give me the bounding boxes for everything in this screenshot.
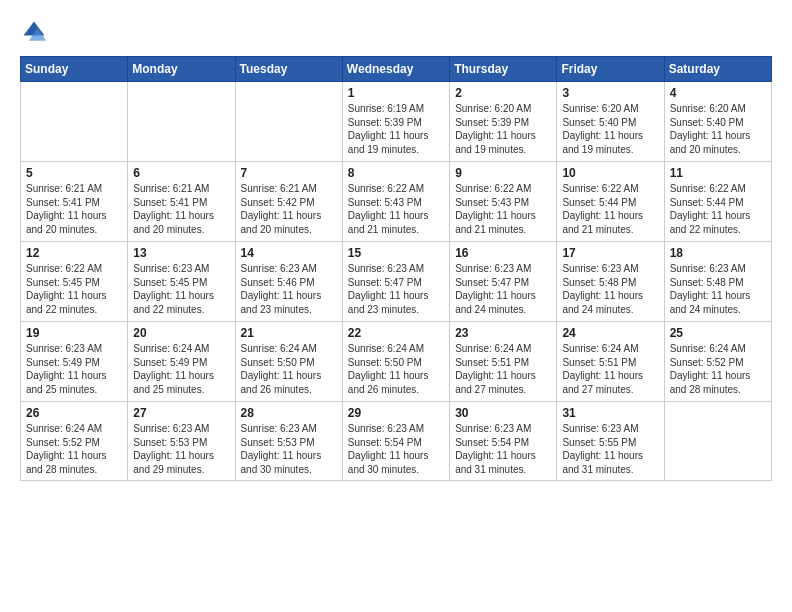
calendar-cell: 15Sunrise: 6:23 AM Sunset: 5:47 PM Dayli… — [342, 242, 449, 322]
day-info: Sunrise: 6:22 AM Sunset: 5:44 PM Dayligh… — [670, 182, 766, 236]
day-number: 26 — [26, 406, 122, 420]
day-number: 25 — [670, 326, 766, 340]
day-number: 3 — [562, 86, 658, 100]
calendar-cell: 13Sunrise: 6:23 AM Sunset: 5:45 PM Dayli… — [128, 242, 235, 322]
weekday-header-monday: Monday — [128, 57, 235, 82]
calendar-cell: 12Sunrise: 6:22 AM Sunset: 5:45 PM Dayli… — [21, 242, 128, 322]
day-info: Sunrise: 6:24 AM Sunset: 5:50 PM Dayligh… — [241, 342, 337, 396]
calendar-cell — [235, 82, 342, 162]
day-info: Sunrise: 6:19 AM Sunset: 5:39 PM Dayligh… — [348, 102, 444, 156]
day-number: 8 — [348, 166, 444, 180]
calendar-cell: 2Sunrise: 6:20 AM Sunset: 5:39 PM Daylig… — [450, 82, 557, 162]
day-number: 30 — [455, 406, 551, 420]
day-number: 6 — [133, 166, 229, 180]
logo-icon — [20, 18, 48, 46]
day-number: 14 — [241, 246, 337, 260]
day-number: 19 — [26, 326, 122, 340]
day-info: Sunrise: 6:21 AM Sunset: 5:41 PM Dayligh… — [133, 182, 229, 236]
day-number: 17 — [562, 246, 658, 260]
day-number: 22 — [348, 326, 444, 340]
day-number: 2 — [455, 86, 551, 100]
day-info: Sunrise: 6:22 AM Sunset: 5:45 PM Dayligh… — [26, 262, 122, 316]
day-info: Sunrise: 6:23 AM Sunset: 5:54 PM Dayligh… — [348, 422, 444, 476]
day-number: 21 — [241, 326, 337, 340]
logo — [20, 18, 52, 46]
day-number: 10 — [562, 166, 658, 180]
day-info: Sunrise: 6:20 AM Sunset: 5:39 PM Dayligh… — [455, 102, 551, 156]
calendar-cell: 21Sunrise: 6:24 AM Sunset: 5:50 PM Dayli… — [235, 322, 342, 402]
weekday-header-sunday: Sunday — [21, 57, 128, 82]
day-info: Sunrise: 6:23 AM Sunset: 5:53 PM Dayligh… — [241, 422, 337, 476]
calendar-cell: 18Sunrise: 6:23 AM Sunset: 5:48 PM Dayli… — [664, 242, 771, 322]
calendar-cell: 6Sunrise: 6:21 AM Sunset: 5:41 PM Daylig… — [128, 162, 235, 242]
day-info: Sunrise: 6:24 AM Sunset: 5:51 PM Dayligh… — [455, 342, 551, 396]
day-info: Sunrise: 6:20 AM Sunset: 5:40 PM Dayligh… — [670, 102, 766, 156]
calendar-table: SundayMondayTuesdayWednesdayThursdayFrid… — [20, 56, 772, 481]
day-number: 27 — [133, 406, 229, 420]
day-number: 7 — [241, 166, 337, 180]
weekday-header-tuesday: Tuesday — [235, 57, 342, 82]
page: SundayMondayTuesdayWednesdayThursdayFrid… — [0, 0, 792, 491]
calendar-cell — [128, 82, 235, 162]
calendar-cell: 24Sunrise: 6:24 AM Sunset: 5:51 PM Dayli… — [557, 322, 664, 402]
calendar-cell: 27Sunrise: 6:23 AM Sunset: 5:53 PM Dayli… — [128, 402, 235, 481]
day-info: Sunrise: 6:23 AM Sunset: 5:54 PM Dayligh… — [455, 422, 551, 476]
day-info: Sunrise: 6:23 AM Sunset: 5:49 PM Dayligh… — [26, 342, 122, 396]
calendar-cell: 5Sunrise: 6:21 AM Sunset: 5:41 PM Daylig… — [21, 162, 128, 242]
day-info: Sunrise: 6:24 AM Sunset: 5:52 PM Dayligh… — [26, 422, 122, 476]
week-row-1: 5Sunrise: 6:21 AM Sunset: 5:41 PM Daylig… — [21, 162, 772, 242]
day-number: 29 — [348, 406, 444, 420]
calendar-cell: 4Sunrise: 6:20 AM Sunset: 5:40 PM Daylig… — [664, 82, 771, 162]
day-number: 31 — [562, 406, 658, 420]
week-row-4: 26Sunrise: 6:24 AM Sunset: 5:52 PM Dayli… — [21, 402, 772, 481]
calendar-cell: 23Sunrise: 6:24 AM Sunset: 5:51 PM Dayli… — [450, 322, 557, 402]
day-info: Sunrise: 6:20 AM Sunset: 5:40 PM Dayligh… — [562, 102, 658, 156]
weekday-header-row: SundayMondayTuesdayWednesdayThursdayFrid… — [21, 57, 772, 82]
day-info: Sunrise: 6:21 AM Sunset: 5:41 PM Dayligh… — [26, 182, 122, 236]
weekday-header-friday: Friday — [557, 57, 664, 82]
calendar-cell: 20Sunrise: 6:24 AM Sunset: 5:49 PM Dayli… — [128, 322, 235, 402]
day-info: Sunrise: 6:23 AM Sunset: 5:55 PM Dayligh… — [562, 422, 658, 476]
calendar-cell: 7Sunrise: 6:21 AM Sunset: 5:42 PM Daylig… — [235, 162, 342, 242]
day-info: Sunrise: 6:22 AM Sunset: 5:43 PM Dayligh… — [455, 182, 551, 236]
calendar-cell: 29Sunrise: 6:23 AM Sunset: 5:54 PM Dayli… — [342, 402, 449, 481]
weekday-header-thursday: Thursday — [450, 57, 557, 82]
week-row-0: 1Sunrise: 6:19 AM Sunset: 5:39 PM Daylig… — [21, 82, 772, 162]
calendar-cell: 8Sunrise: 6:22 AM Sunset: 5:43 PM Daylig… — [342, 162, 449, 242]
day-number: 24 — [562, 326, 658, 340]
calendar-cell: 10Sunrise: 6:22 AM Sunset: 5:44 PM Dayli… — [557, 162, 664, 242]
day-info: Sunrise: 6:24 AM Sunset: 5:52 PM Dayligh… — [670, 342, 766, 396]
calendar-cell: 25Sunrise: 6:24 AM Sunset: 5:52 PM Dayli… — [664, 322, 771, 402]
day-number: 16 — [455, 246, 551, 260]
weekday-header-wednesday: Wednesday — [342, 57, 449, 82]
day-info: Sunrise: 6:24 AM Sunset: 5:51 PM Dayligh… — [562, 342, 658, 396]
day-info: Sunrise: 6:23 AM Sunset: 5:48 PM Dayligh… — [670, 262, 766, 316]
calendar-cell — [21, 82, 128, 162]
calendar-cell: 22Sunrise: 6:24 AM Sunset: 5:50 PM Dayli… — [342, 322, 449, 402]
calendar-cell — [664, 402, 771, 481]
day-number: 28 — [241, 406, 337, 420]
day-number: 9 — [455, 166, 551, 180]
calendar-cell: 16Sunrise: 6:23 AM Sunset: 5:47 PM Dayli… — [450, 242, 557, 322]
calendar-cell: 1Sunrise: 6:19 AM Sunset: 5:39 PM Daylig… — [342, 82, 449, 162]
day-number: 12 — [26, 246, 122, 260]
day-number: 18 — [670, 246, 766, 260]
day-number: 11 — [670, 166, 766, 180]
day-number: 5 — [26, 166, 122, 180]
calendar-cell: 11Sunrise: 6:22 AM Sunset: 5:44 PM Dayli… — [664, 162, 771, 242]
calendar-cell: 30Sunrise: 6:23 AM Sunset: 5:54 PM Dayli… — [450, 402, 557, 481]
day-number: 4 — [670, 86, 766, 100]
day-info: Sunrise: 6:22 AM Sunset: 5:43 PM Dayligh… — [348, 182, 444, 236]
weekday-header-saturday: Saturday — [664, 57, 771, 82]
day-number: 23 — [455, 326, 551, 340]
day-info: Sunrise: 6:22 AM Sunset: 5:44 PM Dayligh… — [562, 182, 658, 236]
calendar-cell: 3Sunrise: 6:20 AM Sunset: 5:40 PM Daylig… — [557, 82, 664, 162]
calendar-cell: 31Sunrise: 6:23 AM Sunset: 5:55 PM Dayli… — [557, 402, 664, 481]
day-info: Sunrise: 6:23 AM Sunset: 5:47 PM Dayligh… — [455, 262, 551, 316]
week-row-3: 19Sunrise: 6:23 AM Sunset: 5:49 PM Dayli… — [21, 322, 772, 402]
day-info: Sunrise: 6:23 AM Sunset: 5:47 PM Dayligh… — [348, 262, 444, 316]
calendar-cell: 28Sunrise: 6:23 AM Sunset: 5:53 PM Dayli… — [235, 402, 342, 481]
calendar-cell: 9Sunrise: 6:22 AM Sunset: 5:43 PM Daylig… — [450, 162, 557, 242]
day-info: Sunrise: 6:24 AM Sunset: 5:50 PM Dayligh… — [348, 342, 444, 396]
week-row-2: 12Sunrise: 6:22 AM Sunset: 5:45 PM Dayli… — [21, 242, 772, 322]
